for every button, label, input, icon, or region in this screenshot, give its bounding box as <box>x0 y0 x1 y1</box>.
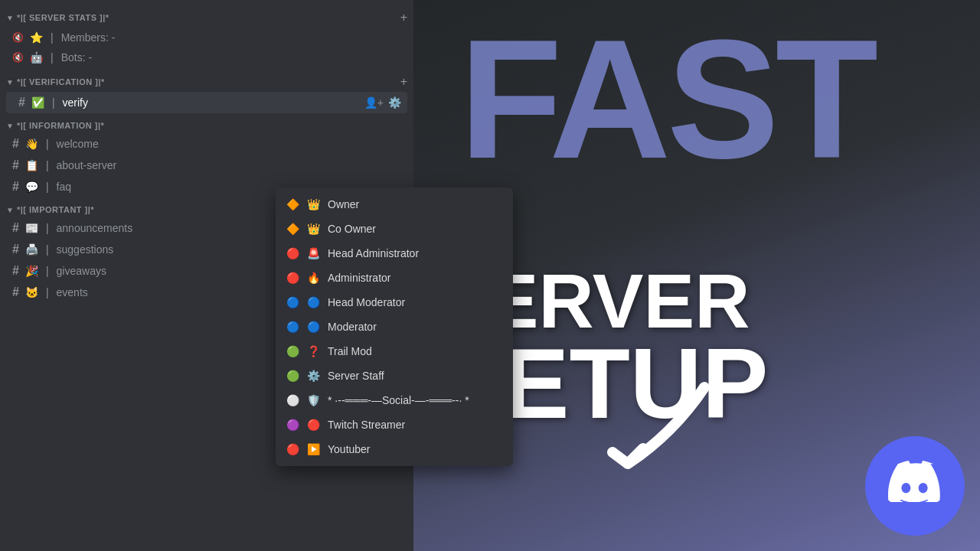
trail-mod-role-name: Trail Mod <box>328 345 372 357</box>
hash-icon-about: # <box>12 158 19 172</box>
category-header-server-stats[interactable]: ▼ *|[ SERVER STATS ]|* + <box>0 6 413 28</box>
role-item-administrator[interactable]: 🔴 🔥 Administrator <box>276 266 513 290</box>
add-verification-icon[interactable]: + <box>400 75 407 89</box>
discord-logo <box>865 436 965 536</box>
role-item-co-owner[interactable]: 🔶 👑 Co Owner <box>276 217 513 241</box>
giveaways-channel-name: giveaways <box>57 265 106 277</box>
settings-icon[interactable]: ⚙️ <box>388 96 401 109</box>
channel-verify[interactable]: # ✅ | verify 👤+ ⚙️ <box>6 92 407 113</box>
discord-icon <box>888 460 942 513</box>
channel-welcome[interactable]: # 👋 | welcome <box>0 133 413 155</box>
hash-icon-welcome: # <box>12 137 19 151</box>
channel-members[interactable]: 🔇 ⭐ | Members: - <box>0 28 413 47</box>
administrator-role-name: Administrator <box>328 272 390 284</box>
category-name-server-stats: *|[ SERVER STATS ]|* <box>17 13 109 22</box>
trail-mod-status-icon: 🟢 <box>286 345 299 357</box>
server-staff-icon: ⚙️ <box>307 370 320 382</box>
trail-mod-icon: ❓ <box>307 345 320 357</box>
faq-emoji: 💬 <box>25 181 38 193</box>
hash-icon-faq: # <box>12 180 19 194</box>
server-staff-status-icon: 🟢 <box>286 370 299 382</box>
category-header-information[interactable]: ▼ *|[ INFORMATION ]|* <box>0 116 413 133</box>
chevron-information-icon: ▼ <box>6 122 14 130</box>
head-admin-role-name: Head Administrator <box>328 247 419 259</box>
owner-status-icon: 🔶 <box>286 198 299 210</box>
fast-hero-text: FAST <box>459 15 874 184</box>
about-emoji: 📋 <box>25 159 38 171</box>
social-icon: 🛡️ <box>307 394 320 406</box>
co-owner-status-icon: 🔶 <box>286 223 299 235</box>
chevron-important-icon: ▼ <box>6 206 14 214</box>
verify-channel-name: verify <box>63 96 88 109</box>
role-item-moderator[interactable]: 🔵 🔵 Moderator <box>276 315 513 339</box>
head-admin-icon: 🚨 <box>307 247 320 259</box>
moderator-status-icon: 🔵 <box>286 321 299 333</box>
category-name-verification: *|[ VERIFICATION ]|* <box>17 77 105 86</box>
giveaways-emoji: 🎉 <box>25 265 38 277</box>
events-emoji: 🐱 <box>25 286 38 298</box>
head-mod-role-name: Head Moderator <box>328 296 405 308</box>
category-verification: ▼ *|[ VERIFICATION ]|* + # ✅ | verify 👤+… <box>0 70 413 113</box>
twitch-role-name: Twitch Streamer <box>328 419 405 431</box>
hash-icon-verify: # <box>18 96 25 109</box>
verify-emoji: ✅ <box>31 96 44 109</box>
role-item-youtuber[interactable]: 🔴 ▶️ Youtuber <box>276 437 513 461</box>
role-item-trail-mod[interactable]: 🟢 ❓ Trail Mod <box>276 339 513 364</box>
events-channel-name: events <box>57 286 88 298</box>
co-owner-role-name: Co Owner <box>328 223 376 235</box>
role-item-head-admin[interactable]: 🔴 🚨 Head Administrator <box>276 241 513 266</box>
role-item-owner[interactable]: 🔶 👑 Owner <box>276 192 513 217</box>
category-server-stats: ▼ *|[ SERVER STATS ]|* + 🔇 ⭐ | Members: … <box>0 6 413 67</box>
owner-role-name: Owner <box>328 198 359 210</box>
invite-icon[interactable]: 👤+ <box>364 96 384 109</box>
chevron-verification-icon: ▼ <box>6 78 14 86</box>
channel-bots[interactable]: 🔇 🤖 | Bots: - <box>0 47 413 67</box>
hash-icon-suggestions: # <box>12 243 19 256</box>
suggestions-emoji: 🖨️ <box>25 243 38 256</box>
verify-channel-actions: 👤+ ⚙️ <box>364 96 401 109</box>
add-channel-icon[interactable]: + <box>400 11 407 24</box>
channel-about-server[interactable]: # 📋 | about-server <box>0 155 413 176</box>
category-name-information: *|[ INFORMATION ]|* <box>17 121 104 130</box>
mute-icon-bots: 🔇 <box>12 52 24 63</box>
server-staff-role-name: Server Staff <box>328 370 384 382</box>
youtuber-role-name: Youtuber <box>328 443 371 455</box>
role-dropdown: 🔶 👑 Owner 🔶 👑 Co Owner 🔴 🚨 Head Administ… <box>276 187 513 466</box>
announcements-emoji: 📰 <box>25 222 38 234</box>
sidebar: ▼ *|[ SERVER STATS ]|* + 🔇 ⭐ | Members: … <box>0 0 413 551</box>
bots-emoji: 🤖 <box>30 51 43 64</box>
youtuber-icon: ▶️ <box>307 443 320 455</box>
hash-icon-giveaways: # <box>12 264 19 278</box>
welcome-channel-name: welcome <box>57 138 99 150</box>
role-item-server-staff[interactable]: 🟢 ⚙️ Server Staff <box>276 364 513 388</box>
suggestions-channel-name: suggestions <box>57 243 114 256</box>
head-admin-status-icon: 🔴 <box>286 247 299 259</box>
arrow-decoration <box>567 372 720 490</box>
members-channel-name: Members: - <box>61 31 116 44</box>
category-header-verification[interactable]: ▼ *|[ VERIFICATION ]|* + <box>0 70 413 92</box>
moderator-icon: 🔵 <box>307 321 320 333</box>
role-item-head-moderator[interactable]: 🔵 🔵 Head Moderator <box>276 290 513 315</box>
hash-icon-events: # <box>12 285 19 299</box>
members-emoji: ⭐ <box>30 31 43 44</box>
role-item-social[interactable]: ⚪ 🛡️ * ·--═══-—Social-—-═══--· * <box>276 388 513 412</box>
head-mod-icon: 🔵 <box>307 296 320 308</box>
category-information: ▼ *|[ INFORMATION ]|* # 👋 | welcome # 📋 … <box>0 116 413 197</box>
administrator-icon: 🔥 <box>307 272 320 284</box>
hash-icon-announcements: # <box>12 221 19 235</box>
faq-channel-name: faq <box>57 181 71 193</box>
social-role-name: * ·--═══-—Social-—-═══--· * <box>328 394 469 406</box>
head-mod-status-icon: 🔵 <box>286 296 299 308</box>
twitch-icon: 🔴 <box>307 419 320 431</box>
bots-channel-name: Bots: - <box>61 51 92 64</box>
social-status-icon: ⚪ <box>286 394 299 406</box>
twitch-status-icon: 🟣 <box>286 419 299 431</box>
role-item-twitch-streamer[interactable]: 🟣 🔴 Twitch Streamer <box>276 412 513 437</box>
moderator-role-name: Moderator <box>328 321 377 333</box>
category-name-important: *|[ IMPORTANT ]|* <box>17 205 94 214</box>
owner-crown-icon: 👑 <box>307 198 320 210</box>
mute-icon: 🔇 <box>12 32 24 43</box>
chevron-down-icon: ▼ <box>6 14 14 22</box>
administrator-status-icon: 🔴 <box>286 272 299 284</box>
curved-arrow-icon <box>567 372 720 487</box>
